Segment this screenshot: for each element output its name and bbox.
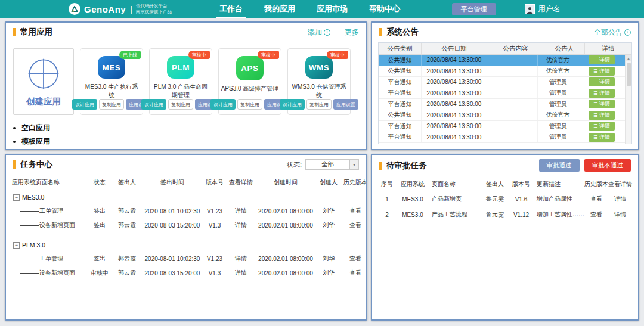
- app-card-mes[interactable]: 已上线MESMES3.0 生产执行系统设计应用复制应用应用设置: [80, 48, 143, 115]
- copy-app-button[interactable]: 复制应用: [306, 99, 332, 110]
- task-group-row: −PLM 3.0: [12, 238, 360, 252]
- task-row[interactable]: 设备新增页面审核中郭云霞2020-08-03 15:20:00V1.3详情202…: [12, 266, 360, 280]
- status-label: 状态:: [287, 160, 302, 169]
- detail-button[interactable]: ☰详情: [589, 89, 615, 98]
- copy-app-button[interactable]: 复制应用: [99, 99, 124, 110]
- detail-button-label: 详情: [599, 133, 610, 141]
- main-nav: 工作台我的应用应用市场帮助中心: [218, 1, 401, 17]
- app-card-aps[interactable]: 审核中APSAPS3.0 高级排产管理设计应用复制应用应用设置: [218, 48, 281, 115]
- design-app-button[interactable]: 设计应用: [210, 99, 236, 110]
- task-history-link[interactable]: 查看: [341, 207, 367, 215]
- detail-button[interactable]: ☰详情: [589, 100, 615, 108]
- detail-button[interactable]: ☰详情: [589, 77, 615, 86]
- list-icon: ☰: [593, 68, 597, 74]
- create-app-card[interactable]: 创建应用: [13, 48, 74, 115]
- logo-icon: [69, 3, 80, 15]
- app-settings-button[interactable]: 应用设置: [333, 99, 358, 110]
- announcement-row[interactable]: 平台通知2020/08/04 13:30:00管理员☰详情: [379, 121, 625, 132]
- scroll-up-icon[interactable]: ▲: [626, 55, 631, 61]
- task-checkout-time: 2020-08-03 15:20:00: [142, 222, 203, 229]
- column-header: 版本号: [203, 178, 227, 187]
- design-app-button[interactable]: 设计应用: [280, 99, 305, 110]
- list-icon: ☰: [593, 57, 597, 63]
- task-checkout-by: 郭云霞: [112, 221, 142, 229]
- app-icon: APS: [236, 56, 264, 80]
- task-history-link[interactable]: 查看: [341, 254, 367, 263]
- announcements-table: 公告类别公告日期公告内容公告人详情 公共通知2020/08/04 13:30:0…: [378, 42, 632, 144]
- app-name: APS3.0 高级排产管理: [219, 85, 281, 99]
- all-announcements-link[interactable]: 全部公告›: [594, 27, 631, 38]
- task-creator: 刘华: [316, 221, 341, 229]
- add-app-link[interactable]: 添加+: [308, 27, 330, 38]
- user-menu[interactable]: 用户名: [525, 4, 561, 14]
- detail-button[interactable]: ☰详情: [589, 122, 615, 131]
- approve-button[interactable]: 审批通过: [539, 159, 580, 172]
- announcement-row[interactable]: 平台通知2020/08/04 13:30:00管理员☰详情: [379, 132, 625, 144]
- announcement-row[interactable]: 平台通知2020/08/04 13:30:00管理员☰详情: [379, 99, 625, 110]
- approval-history-link[interactable]: 查看: [584, 195, 608, 203]
- approval-detail-link[interactable]: 详情: [608, 210, 632, 219]
- announcement-row[interactable]: 公共通知2020/08/04 13:30:00优倍官方☰详情: [379, 110, 625, 122]
- design-app-button[interactable]: 设计应用: [141, 99, 166, 110]
- announcement-row[interactable]: 平台通知2020/08/04 13:30:00管理员☰详情: [379, 77, 625, 88]
- nav-help-center[interactable]: 帮助中心: [368, 1, 401, 17]
- platform-admin-button[interactable]: 平台管理: [452, 3, 496, 15]
- announcement-row[interactable]: 公共通知2020/08/04 13:30:00优倍官方☰详情: [379, 55, 625, 66]
- approval-checkout-by: 鲁元雯: [482, 195, 508, 203]
- task-history-link[interactable]: 查看: [341, 221, 367, 229]
- approval-page-name: 产品新增页: [429, 195, 482, 203]
- detail-button[interactable]: ☰详情: [589, 55, 615, 64]
- collapse-icon[interactable]: −: [13, 194, 20, 201]
- reject-button[interactable]: 审批不通过: [584, 159, 631, 172]
- task-row[interactable]: 设备新增页面签出郭云霞2020-08-03 15:20:00V1.3详情2020…: [12, 218, 360, 232]
- announcement-category: 平台通知: [379, 88, 422, 99]
- design-app-button[interactable]: 设计应用: [72, 99, 97, 110]
- nav-workbench[interactable]: 工作台: [218, 1, 244, 17]
- detail-button[interactable]: ☰详情: [589, 133, 615, 142]
- announcement-publisher: 优倍官方: [538, 110, 578, 121]
- copy-app-button[interactable]: 复制应用: [237, 99, 262, 110]
- task-detail-link[interactable]: 详情: [227, 269, 255, 277]
- task-detail-link[interactable]: 详情: [227, 207, 255, 215]
- status-select[interactable]: 全部 ▼: [305, 159, 359, 170]
- app-card-wms[interactable]: 审核中WMSWMS3.0 仓储管理系统设计应用复制应用应用设置: [287, 48, 351, 115]
- approvals-header: 待审批任务 审批通过 审批不通过: [372, 155, 638, 175]
- accent-bar: [379, 28, 382, 36]
- task-row[interactable]: 工单管理签出郭云霞2020-08-01 10:02:30V1.23详情2020.…: [12, 204, 360, 218]
- accent-bar: [13, 28, 16, 36]
- approval-history-link[interactable]: 查看: [584, 210, 608, 219]
- task-row[interactable]: 工单管理签出郭云霞2020-08-01 10:02:30V1.23详情2020.…: [12, 252, 360, 266]
- column-header: 签出人: [482, 180, 508, 188]
- nav-my-apps[interactable]: 我的应用: [263, 1, 296, 17]
- more-apps-link[interactable]: 更多: [345, 27, 359, 38]
- detail-button-label: 详情: [599, 67, 610, 75]
- detail-button[interactable]: ☰详情: [589, 111, 615, 120]
- announcement-row[interactable]: 平台通知2020/08/04 13:30:00管理员☰详情: [379, 88, 625, 100]
- announcement-content: [487, 77, 538, 88]
- scrollbar-thumb[interactable]: [627, 63, 631, 86]
- detail-button[interactable]: ☰详情: [589, 67, 615, 76]
- app-icon: MES: [98, 56, 125, 79]
- plus-circle-icon: +: [324, 29, 330, 36]
- bullet-item-1[interactable]: 模板应用: [21, 135, 74, 148]
- app-name: PLM 3.0 产品生命周期管理: [150, 83, 212, 99]
- copy-app-button[interactable]: 复制应用: [168, 99, 193, 110]
- approval-detail-link[interactable]: 详情: [608, 195, 632, 203]
- bullet-item-0[interactable]: 空白应用: [21, 121, 74, 135]
- nav-app-market[interactable]: 应用市场: [315, 1, 349, 17]
- task-history-link[interactable]: 查看: [341, 269, 367, 277]
- announcement-row[interactable]: 公共通知2020/08/04 13:30:00优倍官方☰详情: [379, 66, 625, 77]
- announcements-scrollbar[interactable]: ▲: [625, 55, 631, 144]
- approvals-table-header: 序号应用系统页面名称签出人版本号更新描述历史版本查看详情: [378, 177, 632, 191]
- announcement-publisher: 管理员: [538, 132, 578, 143]
- approval-row[interactable]: 2MES3.0产品工艺流程鲁元雯V1.12增加工艺属性……查看详情: [378, 207, 632, 222]
- announcements-table-header: 公告类别公告日期公告内容公告人详情: [379, 43, 631, 55]
- collapse-icon[interactable]: −: [13, 242, 20, 249]
- app-card-plm[interactable]: 审核中PLMPLM 3.0 产品生命周期管理设计应用复制应用应用设置: [149, 48, 212, 115]
- approval-row[interactable]: 1MES3.0产品新增页鲁元雯V1.6增加产品属性查看详情: [378, 191, 632, 207]
- announcement-date: 2020/08/04 13:30:00: [422, 55, 487, 66]
- announcement-detail-cell: ☰详情: [578, 66, 625, 77]
- task-detail-link[interactable]: 详情: [227, 254, 255, 263]
- task-detail-link[interactable]: 详情: [227, 221, 255, 229]
- announcement-publisher: 管理员: [538, 88, 578, 99]
